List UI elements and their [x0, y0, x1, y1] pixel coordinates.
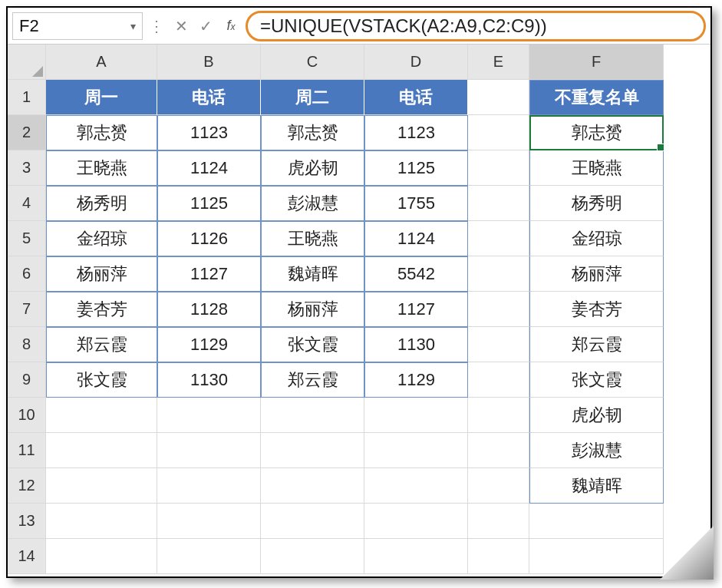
- row-header[interactable]: 7: [8, 292, 46, 327]
- cell-A2[interactable]: 郭志赟: [46, 115, 157, 150]
- chevron-down-icon[interactable]: ▾: [130, 20, 136, 32]
- cell-F10[interactable]: 虎必韧: [529, 398, 664, 433]
- cell-E4[interactable]: [468, 186, 529, 221]
- confirm-icon[interactable]: ✓: [195, 12, 216, 40]
- cell-D2[interactable]: 1123: [364, 115, 468, 150]
- row-header[interactable]: 5: [8, 221, 46, 256]
- cell-C3[interactable]: 虎必韧: [261, 150, 364, 186]
- row-header[interactable]: 13: [8, 504, 46, 539]
- cell-D7[interactable]: 1127: [364, 292, 468, 327]
- cell-F13[interactable]: [529, 504, 664, 539]
- cell-B6[interactable]: 1127: [157, 256, 261, 292]
- cell-E2[interactable]: [468, 115, 529, 150]
- col-header-D[interactable]: D: [364, 45, 468, 80]
- cell-A7[interactable]: 姜杏芳: [46, 292, 157, 327]
- cell-B8[interactable]: 1129: [157, 327, 261, 362]
- cell-B1[interactable]: 电话: [157, 80, 261, 115]
- row-header[interactable]: 6: [8, 256, 46, 292]
- cell-F4[interactable]: 杨秀明: [529, 186, 664, 221]
- cell-F11[interactable]: 彭淑慧: [529, 433, 664, 468]
- cell-F1[interactable]: 不重复名单: [529, 80, 664, 115]
- cell-C9[interactable]: 郑云霞: [261, 362, 364, 398]
- cell-F3[interactable]: 王晓燕: [529, 150, 664, 186]
- cell-B11[interactable]: [157, 433, 261, 468]
- cell-C8[interactable]: 张文霞: [261, 327, 364, 362]
- cell-D3[interactable]: 1125: [364, 150, 468, 186]
- fx-icon[interactable]: fx: [219, 18, 242, 34]
- cell-F8[interactable]: 郑云霞: [529, 327, 664, 362]
- cell-A13[interactable]: [46, 504, 157, 539]
- cell-C11[interactable]: [261, 433, 364, 468]
- col-header-F[interactable]: F: [529, 45, 664, 80]
- cell-C2[interactable]: 郭志赟: [261, 115, 364, 150]
- cell-D11[interactable]: [364, 433, 468, 468]
- cell-D9[interactable]: 1129: [364, 362, 468, 398]
- cell-B13[interactable]: [157, 504, 261, 539]
- cell-C13[interactable]: [261, 504, 364, 539]
- spreadsheet-grid[interactable]: A B C D E F 1 周一 电话 周二 电话 不重复名单 2 郭志赟 11…: [8, 45, 710, 574]
- cell-E7[interactable]: [468, 292, 529, 327]
- cell-F6[interactable]: 杨丽萍: [529, 256, 664, 292]
- cell-E9[interactable]: [468, 362, 529, 398]
- cell-E8[interactable]: [468, 327, 529, 362]
- cell-D13[interactable]: [364, 504, 468, 539]
- cell-D1[interactable]: 电话: [364, 80, 468, 115]
- cell-A1[interactable]: 周一: [46, 80, 157, 115]
- cell-F9[interactable]: 张文霞: [529, 362, 664, 398]
- vertical-dots-icon[interactable]: ⋮: [146, 12, 167, 40]
- cell-E3[interactable]: [468, 150, 529, 186]
- cell-A4[interactable]: 杨秀明: [46, 186, 157, 221]
- row-header[interactable]: 9: [8, 362, 46, 398]
- cell-C5[interactable]: 王晓燕: [261, 221, 364, 256]
- cell-E1[interactable]: [468, 80, 529, 115]
- cell-A11[interactable]: [46, 433, 157, 468]
- cell-D8[interactable]: 1130: [364, 327, 468, 362]
- row-header[interactable]: 2: [8, 115, 46, 150]
- cell-C10[interactable]: [261, 398, 364, 433]
- cell-F14[interactable]: [529, 539, 664, 574]
- row-header[interactable]: 12: [8, 468, 46, 504]
- cell-A5[interactable]: 金绍琼: [46, 221, 157, 256]
- cell-E6[interactable]: [468, 256, 529, 292]
- cell-D4[interactable]: 1755: [364, 186, 468, 221]
- cell-B12[interactable]: [157, 468, 261, 504]
- col-header-A[interactable]: A: [46, 45, 157, 80]
- cell-F2[interactable]: 郭志赟: [529, 115, 664, 150]
- row-header[interactable]: 11: [8, 433, 46, 468]
- cancel-icon[interactable]: ✕: [170, 12, 192, 40]
- cell-F12[interactable]: 魏靖晖: [529, 468, 664, 504]
- cell-A9[interactable]: 张文霞: [46, 362, 157, 398]
- cell-C12[interactable]: [261, 468, 364, 504]
- cell-E10[interactable]: [468, 398, 529, 433]
- cell-E14[interactable]: [468, 539, 529, 574]
- cell-D14[interactable]: [364, 539, 468, 574]
- cell-B4[interactable]: 1125: [157, 186, 261, 221]
- col-header-B[interactable]: B: [157, 45, 261, 80]
- cell-D12[interactable]: [364, 468, 468, 504]
- row-header[interactable]: 10: [8, 398, 46, 433]
- cell-A14[interactable]: [46, 539, 157, 574]
- cell-B5[interactable]: 1126: [157, 221, 261, 256]
- cell-D6[interactable]: 5542: [364, 256, 468, 292]
- col-header-E[interactable]: E: [468, 45, 529, 80]
- row-header[interactable]: 4: [8, 186, 46, 221]
- cell-E11[interactable]: [468, 433, 529, 468]
- cell-A12[interactable]: [46, 468, 157, 504]
- cell-D5[interactable]: 1124: [364, 221, 468, 256]
- cell-A10[interactable]: [46, 398, 157, 433]
- cell-A6[interactable]: 杨丽萍: [46, 256, 157, 292]
- row-header[interactable]: 3: [8, 150, 46, 186]
- cell-B14[interactable]: [157, 539, 261, 574]
- row-header[interactable]: 8: [8, 327, 46, 362]
- formula-input[interactable]: =UNIQUE(VSTACK(A2:A9,C2:C9)): [246, 11, 706, 41]
- row-header[interactable]: 1: [8, 80, 46, 115]
- cell-B3[interactable]: 1124: [157, 150, 261, 186]
- cell-B9[interactable]: 1130: [157, 362, 261, 398]
- cell-E13[interactable]: [468, 504, 529, 539]
- cell-E5[interactable]: [468, 221, 529, 256]
- select-all-corner[interactable]: [8, 45, 46, 80]
- cell-C14[interactable]: [261, 539, 364, 574]
- row-header[interactable]: 14: [8, 539, 46, 574]
- cell-F7[interactable]: 姜杏芳: [529, 292, 664, 327]
- cell-F5[interactable]: 金绍琼: [529, 221, 664, 256]
